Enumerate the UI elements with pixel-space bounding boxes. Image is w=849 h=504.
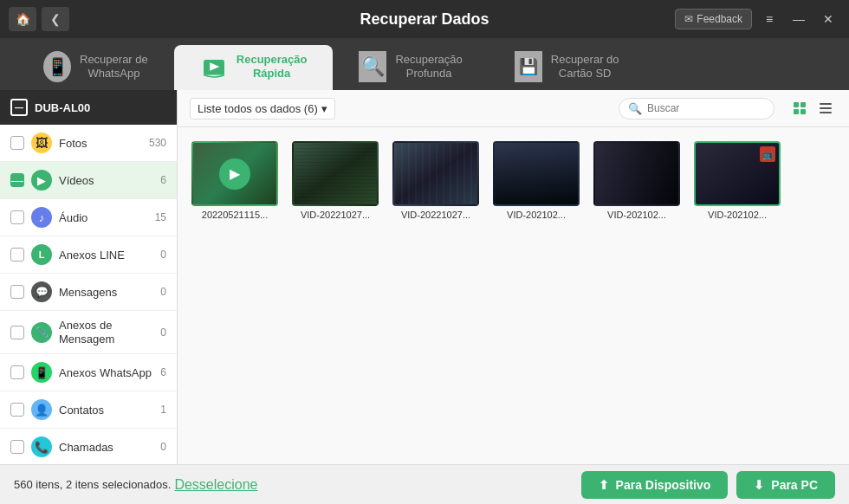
filter-dropdown[interactable]: Liste todos os dados (6) ▾ [190,98,335,120]
file-name: VID-202102... [708,210,767,220]
sidebar-item-fotos[interactable]: 🖼 Fotos 530 [0,125,177,162]
minimize-button[interactable]: — [787,7,811,31]
tab-deep-recovery[interactable]: 🔍 Recuperação Profunda [333,45,488,90]
audio-icon: ♪ [31,207,52,228]
list-item[interactable]: ▶ 20220521115... [191,141,278,220]
content-panel: Liste todos os dados (6) ▾ 🔍 [178,90,849,464]
list-item[interactable]: 📺 VID-202102... [694,141,781,220]
list-item[interactable]: VID-202102... [593,141,680,220]
list-item[interactable]: VID-20221027... [292,141,379,220]
deep-recovery-tab-icon: 🔍 [359,53,386,81]
whatsapp-label: Anexos WhatsApp [59,366,153,379]
fotos-checkbox[interactable] [10,136,24,150]
selected-badge: 📺 [760,146,775,162]
list-view-button[interactable] [814,97,837,120]
whatsapp-tab-label: Recuperar de WhatsApp [80,53,148,80]
sidebar-item-mensagens[interactable]: 💬 Mensagens 0 [0,274,177,311]
upload-icon: ⬆ [599,478,609,492]
whatsapp-count: 6 [160,366,166,378]
titlebar-right-buttons: ✉ Feedback ≡ — ✕ [675,7,840,31]
filter-label: Liste todos os dados (6) [198,102,318,115]
to-pc-button[interactable]: ⬇ Para PC [736,471,835,499]
deselect-anchor[interactable]: Desselecione [174,477,257,492]
file-name: VID-20221027... [301,210,370,220]
status-bar: 560 itens, 2 itens selecionados. Dessele… [0,464,849,504]
sidebar-item-chamadas[interactable]: 📞 Chamadas 0 [0,429,177,464]
file-name: VID-202102... [507,210,566,220]
whatsapp-icon: 📱 [31,362,52,383]
audio-label: Áudio [59,211,148,224]
svg-rect-2 [794,102,799,107]
menu-button[interactable]: ≡ [757,7,781,31]
svg-rect-3 [800,102,806,107]
play-overlay: ▶ [193,143,276,204]
audio-checkbox[interactable] [10,210,24,224]
sidebar: — DUB-AL00 🖼 Fotos 530 — ▶ Vídeos 6 ♪ Áu… [0,90,178,464]
sidebar-collapse-icon[interactable]: — [10,99,28,116]
tab-whatsapp[interactable]: 📱 Recuperar de WhatsApp [17,45,174,90]
chamadas-count: 0 [160,441,166,453]
back-button[interactable]: ❮ [42,7,69,31]
mensagens-label: Mensagens [59,286,153,299]
file-thumbnail[interactable] [493,141,580,206]
file-thumbnail[interactable]: ▶ [191,141,278,206]
fotos-label: Fotos [59,137,142,150]
tab-sd-card[interactable]: 💾 Recuperar do Cartão SD [489,45,645,90]
anexos-msg-checkbox[interactable] [10,326,24,339]
to-device-button[interactable]: ⬆ Para Dispositivo [581,471,729,499]
file-thumbnail[interactable] [292,141,379,206]
filter-arrow-icon: ▾ [321,102,327,115]
sidebar-item-audio[interactable]: ♪ Áudio 15 [0,199,177,236]
videos-icon: ▶ [31,170,52,191]
chamadas-checkbox[interactable] [10,440,24,454]
sd-card-tab-label: Recuperar do Cartão SD [551,53,619,80]
sidebar-item-contatos[interactable]: 👤 Contatos 1 [0,391,177,429]
list-item[interactable]: VID-20221027... [392,141,479,220]
file-thumbnail[interactable] [392,141,479,206]
svg-rect-7 [820,107,832,109]
device-name: DUB-AL00 [35,101,90,114]
svg-rect-5 [800,109,806,114]
view-toggle [788,97,837,120]
deselect-link[interactable]: Desselecione [174,477,257,493]
videos-checkbox[interactable]: — [10,173,24,187]
feedback-label: Feedback [697,13,742,25]
contatos-count: 1 [160,404,166,416]
list-item[interactable]: VID-202102... [493,141,580,220]
tab-quick-recovery[interactable]: Recuperação Rápida [174,45,334,90]
titlebar: 🏠 ❮ Recuperar Dados ✉ Feedback ≡ — ✕ [0,0,849,38]
close-button[interactable]: ✕ [816,7,840,31]
file-thumbnail[interactable] [593,141,680,206]
search-input[interactable] [647,102,765,114]
whatsapp-checkbox[interactable] [10,365,24,379]
search-box[interactable]: 🔍 [619,98,774,120]
chamadas-label: Chamadas [59,441,153,454]
grid-view-button[interactable] [788,97,811,120]
mensagens-count: 0 [160,286,166,298]
anexos-msg-count: 0 [160,326,166,339]
file-grid: ▶ 20220521115... VID-20221027... VID-202… [178,127,849,464]
play-button-icon: ▶ [219,158,250,190]
file-name: 20220521115... [202,210,268,220]
anexos-msg-icon: 📎 [31,322,52,343]
home-button[interactable]: 🏠 [9,7,36,31]
sidebar-item-anexos-msg[interactable]: 📎 Anexos deMensagem 0 [0,311,177,354]
line-checkbox[interactable] [10,248,24,262]
file-thumbnail[interactable]: 📺 [694,141,781,206]
whatsapp-tab-icon: 📱 [43,53,71,81]
sidebar-header: — DUB-AL00 [0,90,177,125]
contatos-checkbox[interactable] [10,403,24,417]
mensagens-icon: 💬 [31,281,52,302]
to-device-label: Para Dispositivo [616,478,711,492]
sidebar-item-line[interactable]: L Anexos LINE 0 [0,236,177,274]
feedback-button[interactable]: ✉ Feedback [675,9,752,29]
sidebar-item-videos[interactable]: — ▶ Vídeos 6 [0,162,177,199]
fotos-icon: 🖼 [31,132,52,153]
action-buttons: ⬆ Para Dispositivo ⬇ Para PC [581,471,835,499]
sidebar-item-whatsapp[interactable]: 📱 Anexos WhatsApp 6 [0,354,177,391]
file-name: VID-20221027... [401,210,470,220]
svg-rect-4 [794,109,799,114]
line-count: 0 [160,249,166,261]
videos-count: 6 [160,174,166,186]
mensagens-checkbox[interactable] [10,285,24,299]
